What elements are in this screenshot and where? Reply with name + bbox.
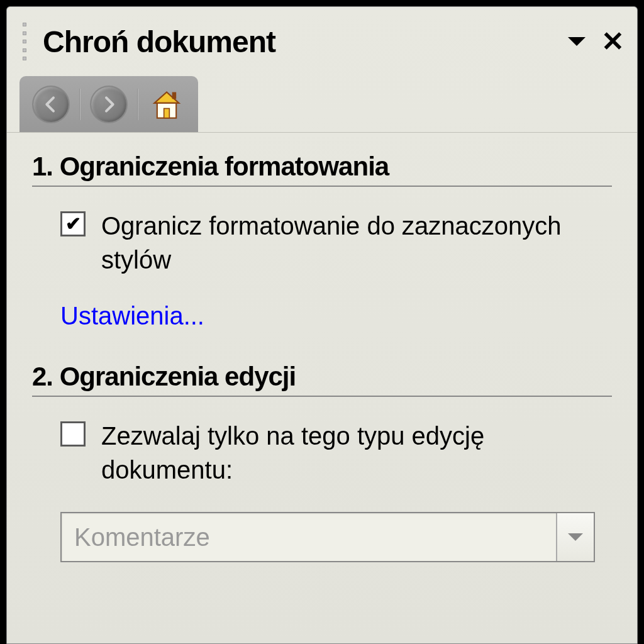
- formatting-restriction-row: ✔ Ogranicz formatowanie do zaznaczonych …: [60, 209, 612, 277]
- settings-link[interactable]: Ustawienia...: [60, 302, 204, 330]
- limit-formatting-label: Ogranicz formatowanie do zaznaczonych st…: [101, 209, 612, 277]
- protect-document-pane: Chroń dokument ✕: [6, 6, 638, 644]
- select-dropdown-button[interactable]: [556, 513, 594, 561]
- back-button[interactable]: [32, 86, 70, 123]
- toolbar-divider: [137, 89, 138, 120]
- arrow-right-icon: [99, 94, 119, 114]
- section-1-heading: 1. Ograniczenia formatowania: [32, 152, 612, 187]
- forward-button[interactable]: [90, 86, 128, 123]
- home-button[interactable]: [148, 86, 186, 123]
- chevron-down-icon: [568, 533, 583, 541]
- checkmark-icon: ✔: [65, 214, 81, 233]
- nav-toolbar: [7, 76, 637, 133]
- limit-formatting-checkbox[interactable]: ✔: [60, 211, 86, 236]
- editing-type-select[interactable]: Komentarze: [60, 512, 595, 562]
- allow-editing-checkbox[interactable]: [60, 421, 86, 447]
- editing-restriction-row: Zezwalaj tylko na tego typu edycję dokum…: [60, 419, 612, 487]
- home-icon: [150, 88, 183, 121]
- grip-handle[interactable]: [23, 23, 31, 60]
- editing-type-value: Komentarze: [62, 523, 556, 552]
- pane-title: Chroń dokument: [43, 25, 568, 59]
- allow-editing-label: Zezwalaj tylko na tego typu edycję dokum…: [101, 419, 612, 487]
- svg-rect-1: [172, 92, 177, 99]
- titlebar: Chroń dokument ✕: [7, 7, 637, 76]
- toolbar-divider: [79, 89, 80, 120]
- svg-rect-3: [164, 108, 170, 118]
- nav-toolbar-tab: [19, 76, 198, 132]
- content-area: 1. Ograniczenia formatowania ✔ Ogranicz …: [7, 133, 637, 581]
- section-2-heading: 2. Ograniczenia edycji: [32, 362, 612, 397]
- arrow-left-icon: [41, 94, 61, 114]
- pane-menu-dropdown-icon[interactable]: [568, 37, 586, 46]
- close-icon[interactable]: ✕: [601, 28, 625, 55]
